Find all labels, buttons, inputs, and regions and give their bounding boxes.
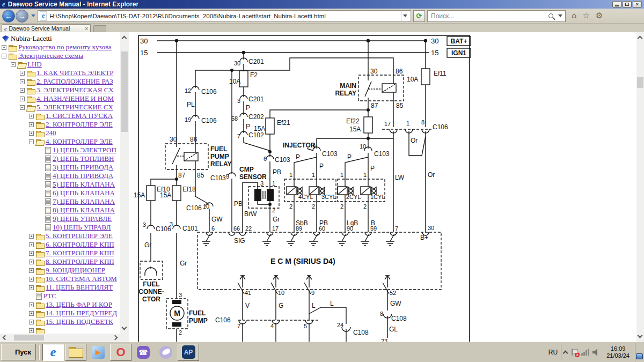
tree-item[interactable]: 2) ЦЕПЬ ТОПЛИВН — [0, 154, 120, 163]
tree-item[interactable]: +10. СИСТЕМА АВТОМ — [0, 275, 120, 283]
expand-icon[interactable]: + — [20, 71, 25, 76]
network-signal-icon[interactable] — [581, 349, 589, 356]
tree-item[interactable]: 8) ЦЕПЬ КЛАПАНА — [0, 206, 120, 215]
tree-item-label[interactable]: 3. ЭЛЕКТРИЧЕСКАЯ СХ — [36, 86, 114, 94]
tree-item[interactable]: 1) ЦЕПЬ ЭЛЕКТРОП — [0, 146, 120, 154]
tree-item[interactable]: +1. КАК ЧИТАТЬ ЭЛЕКТР — [0, 69, 120, 77]
expand-icon[interactable]: + — [29, 251, 34, 256]
tree-item-label[interactable]: 3) ЦЕПЬ ПРИВОДА — [53, 163, 113, 172]
forward-button[interactable]: → — [16, 10, 28, 23]
tree-item-label[interactable]: Руководство по ремонту кузова — [18, 43, 112, 51]
expand-icon[interactable]: + — [29, 277, 34, 282]
expand-icon[interactable]: + — [2, 45, 6, 50]
home-icon[interactable]: ⌂ — [572, 12, 577, 20]
minimize-button[interactable] — [612, 1, 621, 8]
sidebar-hscrollbar-thumb[interactable] — [14, 335, 44, 341]
tree-item[interactable]: +7. КОНТРОЛЛЕР КПП — [0, 249, 120, 257]
tree-item[interactable]: +8. КОНТРОЛЛЕР КПП — [0, 257, 120, 266]
tree-item-label[interactable]: 6. КОНТРОЛЛЕР КПП — [46, 240, 114, 249]
tree-item[interactable]: +13. ЦЕПЬ ФАР И КОР — [0, 300, 120, 309]
tree-item-label[interactable]: 4. НАЗНАЧЕНИЕ И НОМ — [36, 94, 114, 103]
taskbar-item-ap-app[interactable]: AP — [178, 344, 199, 361]
tree-item-label[interactable]: 1) ЦЕПЬ ЭЛЕКТРОП — [53, 146, 116, 154]
scroll-right-icon[interactable] — [113, 335, 118, 341]
tree-item[interactable]: +240 — [0, 129, 120, 137]
taskbar-item-media-player[interactable]: ▶ — [87, 344, 109, 361]
expand-icon[interactable]: + — [20, 79, 25, 84]
language-indicator[interactable]: RU — [545, 346, 561, 358]
taskbar-item-opera[interactable]: O — [110, 344, 131, 361]
close-button[interactable]: × — [633, 1, 642, 8]
taskbar-item-file-manager[interactable] — [65, 344, 86, 361]
refresh-button[interactable]: ⟳ — [413, 10, 425, 22]
tree-item[interactable]: 4) ЦЕПЬ ПРИВОДА — [0, 172, 120, 180]
tree-item-label[interactable]: PTC — [43, 292, 56, 300]
tree-item[interactable]: 5) ЦЕПЬ КЛАПАНА — [0, 180, 120, 189]
volume-icon[interactable] — [592, 349, 600, 356]
tree-item-label[interactable]: 8. КОНТРОЛЛЕР КПП — [46, 257, 114, 266]
tree-item-label[interactable]: 2. КОНТРОЛЛЕР ЭЛЕ — [46, 120, 113, 129]
tree-item[interactable]: −4. КОНТРОЛЛЕР ЭЛЕ — [0, 137, 120, 146]
address-bar[interactable]: e H:\Shop\Корея\Daewoo\TIS-DAT-2012\RU\D… — [38, 10, 411, 22]
tray-clock[interactable]: 16:09 21/03/24 — [603, 345, 633, 359]
tree-item-label[interactable]: 9. КОНДИЦИОНЕР — [46, 266, 105, 275]
tree-item-label[interactable]: 8) ЦЕПЬ КЛАПАНА — [53, 206, 115, 215]
expand-icon[interactable]: + — [29, 131, 34, 136]
taskbar-item-viber[interactable]: ☎ — [133, 344, 154, 361]
tree-item-label[interactable]: 7) ЦЕПЬ КЛАПАНА — [53, 197, 115, 206]
recent-pages-dropdown-icon[interactable] — [31, 14, 35, 17]
taskbar-item-bird-app[interactable] — [155, 344, 177, 361]
settings-gear-icon[interactable]: ⚙ — [596, 12, 603, 20]
expand-icon[interactable]: + — [29, 242, 34, 247]
tree-item[interactable]: +4. НАЗНАЧЕНИЕ И НОМ — [0, 94, 120, 103]
tree-item-label[interactable]: 6) ЦЕПЬ КЛАПАНА — [53, 189, 115, 197]
tree-item-label[interactable]: 10) ЦЕПЬ УПРАВЛ — [53, 223, 111, 232]
tree-item-label[interactable]: 5) ЦЕПЬ КЛАПАНА — [53, 180, 115, 189]
hidden-icons-chevron-icon[interactable] — [563, 350, 568, 356]
back-button[interactable]: ← — [2, 10, 15, 23]
new-tab-button[interactable] — [93, 25, 106, 32]
expand-icon[interactable]: + — [20, 88, 25, 93]
tree-item[interactable]: +15. ЦЕПЬ ПОДСВЕТК — [0, 317, 120, 326]
expand-icon[interactable]: + — [29, 285, 34, 290]
start-button[interactable]: Пуск — [1, 344, 36, 360]
tree-item[interactable]: +11. ЦЕПЬ ВЕНТИЛЯТ — [0, 283, 120, 292]
collapse-icon[interactable]: − — [20, 105, 25, 110]
content-scroll-down-icon[interactable] — [638, 333, 643, 338]
tree-item[interactable]: 9) ЦЕПЬ УПРАВЛЕ — [0, 215, 120, 223]
tree-item[interactable]: PTC — [0, 292, 120, 300]
content-vertical-scrollbar[interactable] — [636, 32, 644, 342]
tree-item-label[interactable]: 11. ЦЕПЬ ВЕНТИЛЯТ — [46, 283, 113, 292]
tree-item-label[interactable]: 5. КОНТРОЛЛЕР ЭЛЕ — [46, 232, 113, 240]
tree-item-label[interactable]: 15. ЦЕПЬ ПОДСВЕТК — [46, 317, 113, 326]
tree-item-label[interactable]: 10. СИСТЕМА АВТОМ — [46, 275, 117, 283]
tree-item-label[interactable]: 240 — [46, 129, 56, 137]
tree-item-label[interactable]: 7. КОНТРОЛЛЕР КПП — [46, 249, 114, 257]
tree-item[interactable]: +14. ЦЕПЬ ПРЕДУПРЕД — [0, 309, 120, 317]
scroll-left-icon[interactable] — [3, 335, 8, 341]
sidebar-horizontal-scrollbar[interactable] — [0, 334, 120, 342]
collapse-icon[interactable]: − — [11, 62, 16, 67]
expand-icon[interactable]: + — [29, 328, 34, 333]
tree-item[interactable]: +5. КОНТРОЛЛЕР ЭЛЕ — [0, 232, 120, 240]
expand-icon[interactable]: + — [29, 302, 34, 307]
tree-item[interactable]: +3. ЭЛЕКТРИЧЕСКАЯ СХ — [0, 86, 120, 94]
tab-daewoo-service-manual[interactable]: e Daewoo Service Manual × — [2, 24, 91, 32]
address-dropdown-button[interactable] — [401, 11, 409, 21]
expand-icon[interactable]: + — [29, 260, 34, 264]
action-center-flag-icon[interactable]: × — [570, 349, 578, 356]
search-dropdown-icon[interactable] — [557, 14, 564, 17]
taskbar-item-internet-explorer[interactable]: e — [42, 344, 64, 361]
tree-item-label[interactable]: 1. СИСТЕМА ПУСКА — [46, 112, 113, 120]
sidebar-scrollbar-thumb[interactable] — [121, 51, 128, 132]
tree-item[interactable]: 10) ЦЕПЬ УПРАВЛ — [0, 223, 120, 232]
tree-item[interactable]: +Руководство по ремонту кузова — [0, 43, 120, 51]
expand-icon[interactable]: + — [29, 320, 34, 324]
tree-item-label[interactable]: 4. КОНТРОЛЛЕР ЭЛЕ — [46, 137, 113, 146]
favorites-icon[interactable]: ☆ — [583, 12, 590, 20]
tree-item[interactable]: 3) ЦЕПЬ ПРИВОДА — [0, 163, 120, 172]
tree-item[interactable]: 7) ЦЕПЬ КЛАПАНА — [0, 197, 120, 206]
tree-item[interactable]: +1. СИСТЕМА ПУСКА — [0, 112, 120, 120]
restore-button[interactable] — [623, 1, 632, 8]
address-text[interactable]: H:\Shop\Корея\Daewoo\TIS-DAT-2012\RU\Doc… — [49, 13, 401, 19]
